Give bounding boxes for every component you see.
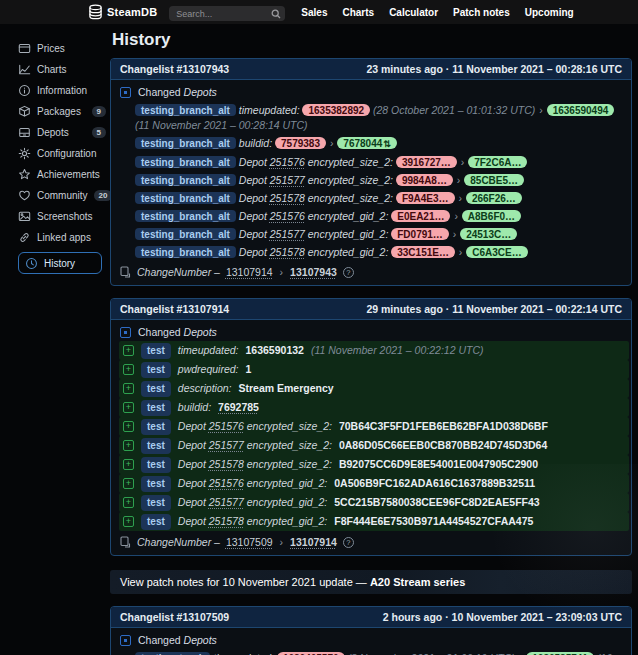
old-value-note: (8 November 2021 – 21:06:10 UTC): [347, 652, 515, 655]
new-value-badge: 1636590494: [547, 104, 615, 116]
collapse-icon[interactable]: [120, 635, 131, 646]
depot-badge[interactable]: test: [141, 476, 171, 492]
depot-badge[interactable]: testing_branch_alt: [135, 137, 236, 149]
changelist-timestamp: 23 minutes ago · 11 November 2021 – 00:2…: [366, 63, 622, 75]
new-value-badge: 24513C…: [460, 228, 517, 240]
nav-link-calculator[interactable]: Calculator: [389, 7, 438, 18]
sidebar-item-achievements[interactable]: Achievements: [18, 164, 106, 185]
collapse-icon[interactable]: [120, 327, 131, 338]
depot-badge[interactable]: testing_branch_alt: [135, 174, 236, 186]
change-row: +test Depot 251577 encrypted_size_2: 0A8…: [119, 436, 629, 455]
depot-id-link[interactable]: 251576: [270, 156, 305, 168]
help-icon[interactable]: ?: [343, 537, 354, 548]
depot-badge[interactable]: test: [141, 457, 171, 473]
sidebar-item-linked-apps[interactable]: Linked apps: [18, 227, 106, 248]
changelist-link[interactable]: Changelist #13107943: [120, 63, 229, 75]
depot-id-link[interactable]: 251578: [209, 458, 244, 470]
sidebar-item-information[interactable]: Information: [18, 80, 106, 101]
depot-badge[interactable]: test: [141, 362, 171, 378]
nav-link-upcoming[interactable]: Upcoming: [525, 7, 574, 18]
depot-id-link[interactable]: 251578: [209, 515, 244, 527]
sidebar-item-history[interactable]: History: [18, 252, 102, 274]
changenumber-label: ChangeNumber –: [137, 536, 220, 548]
changenumber-new-link[interactable]: 13107914: [290, 536, 337, 548]
change-key: timeupdated:: [239, 104, 300, 116]
new-value-badge: C6A3CE…: [466, 246, 527, 258]
depot-id-link[interactable]: 251576: [270, 210, 305, 222]
nav-link-charts[interactable]: Charts: [342, 7, 374, 18]
sidebar-item-label: Configuration: [37, 148, 96, 159]
change-arrow: ›: [279, 536, 285, 548]
steamdb-logo-icon: [88, 4, 103, 20]
depot-badge[interactable]: testing_branch_alt: [135, 228, 236, 240]
depot-badge[interactable]: testing_branch_alt: [135, 192, 236, 204]
build-diff-icon[interactable]: ⇅: [383, 139, 391, 149]
sidebar-item-community[interactable]: Community20: [18, 185, 106, 206]
depot-id-link[interactable]: 251578: [270, 246, 305, 258]
patch-notes-highlight: A20 Stream series: [370, 576, 465, 588]
depot-badge[interactable]: test: [141, 514, 171, 530]
depot-badge[interactable]: testing_branch_alt: [135, 104, 236, 116]
change-arrow: ›: [326, 137, 337, 149]
depot-id-link[interactable]: 251577: [270, 228, 305, 240]
change-key: timeupdated:: [178, 343, 239, 358]
search-wrap: [169, 3, 285, 22]
nav-link-patch-notes[interactable]: Patch notes: [453, 7, 510, 18]
depot-id-link[interactable]: 251577: [209, 496, 244, 508]
new-value-badge: 7F2C6A…: [468, 156, 527, 168]
change-key: Depot 251577 encrypted_gid_2:: [239, 228, 388, 240]
info-icon: [18, 84, 31, 97]
changelist-timestamp: 29 minutes ago · 11 November 2021 – 00:2…: [366, 303, 622, 315]
depot-badge[interactable]: test: [141, 381, 171, 397]
depot-id-link[interactable]: 251577: [209, 439, 244, 451]
depot-badge[interactable]: test: [141, 343, 171, 359]
depot-badge[interactable]: testing_branch_alt: [135, 156, 236, 168]
sidebar-item-screenshots[interactable]: Screenshots: [18, 206, 106, 227]
changelist-link[interactable]: Changelist #13107914: [120, 303, 229, 315]
sidebar-item-label: Charts: [37, 64, 66, 75]
depot-id-link[interactable]: 251576: [209, 420, 244, 432]
sidebar-item-depots[interactable]: Depots5: [18, 122, 106, 143]
old-value-badge: 1635382892: [302, 104, 370, 116]
depot-id-link[interactable]: 251576: [209, 477, 244, 489]
patch-notes-banner[interactable]: View patch notes for 10 November 2021 up…: [110, 570, 632, 594]
changenumber-old-link[interactable]: 13107509: [226, 536, 273, 548]
added-value: 5CC215B7580038CEE96FC8D2EAE5FF43: [334, 495, 539, 510]
depot-id-link[interactable]: 251578: [270, 192, 305, 204]
depot-badge[interactable]: test: [141, 495, 171, 511]
change-key: Depot 251577 encrypted_size_2:: [178, 438, 332, 453]
added-value: Stream Emergency: [239, 381, 334, 396]
navbar-links: SalesChartsCalculatorPatch notesUpcoming: [301, 7, 573, 18]
change-key: Depot 251576 encrypted_size_2:: [178, 419, 332, 434]
changenumber-icon: [120, 266, 131, 278]
sidebar-item-charts[interactable]: Charts: [18, 59, 106, 80]
steamdb-logo[interactable]: SteamDB: [88, 4, 157, 20]
changelists: Changelist #1310794323 minutes ago · 11 …: [110, 58, 632, 655]
changelist-link[interactable]: Changelist #13107509: [120, 611, 229, 623]
sidebar-item-packages[interactable]: Packages9: [18, 101, 106, 122]
depot-badge[interactable]: testing_branch_alt: [135, 246, 236, 258]
nav-link-sales[interactable]: Sales: [301, 7, 327, 18]
changenumber-new-link[interactable]: 13107943: [290, 266, 337, 278]
packages-icon: [18, 105, 31, 118]
depot-badge[interactable]: test: [141, 438, 171, 454]
change-row: testing_branch_alt buildid: 7579383 › 76…: [111, 134, 631, 153]
sidebar-item-prices[interactable]: Prices: [18, 38, 106, 59]
depot-badge[interactable]: test: [141, 400, 171, 416]
depot-badge[interactable]: test: [141, 419, 171, 435]
sidebar-item-label: Linked apps: [37, 232, 91, 243]
section-label: Changed Depots: [138, 86, 217, 98]
changenumber-old-link[interactable]: 13107914: [226, 266, 273, 278]
plus-icon: +: [123, 364, 134, 375]
changelist-card: Changelist #1310791429 minutes ago · 11 …: [110, 298, 632, 556]
added-value: 0A506B9FC162ADA616C1637889B32511: [334, 476, 535, 491]
page-layout: PricesChartsInformationPackages9Depots5C…: [0, 24, 638, 655]
change-key: buildid:: [178, 400, 211, 415]
depot-id-link[interactable]: 251577: [270, 174, 305, 186]
collapse-icon[interactable]: [120, 87, 131, 98]
change-arrow: ›: [449, 228, 460, 240]
sidebar-item-configuration[interactable]: Configuration: [18, 143, 106, 164]
help-icon[interactable]: ?: [343, 267, 354, 278]
search-input[interactable]: [169, 6, 285, 21]
depot-badge[interactable]: testing_branch_alt: [135, 210, 236, 222]
